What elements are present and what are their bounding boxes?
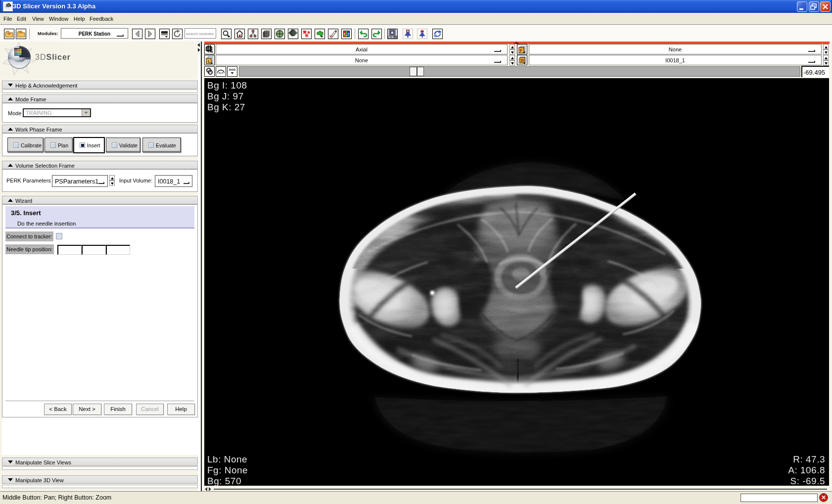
svg-text:B: B bbox=[521, 58, 524, 63]
svg-text:F: F bbox=[520, 48, 523, 53]
svg-text:L: L bbox=[208, 59, 211, 64]
